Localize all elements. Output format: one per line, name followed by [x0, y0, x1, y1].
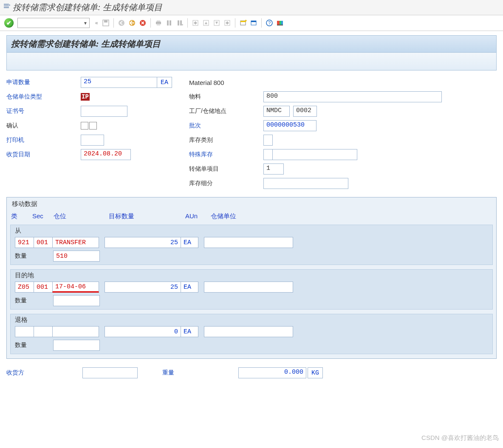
material-input[interactable]: 800	[263, 91, 442, 102]
new-session-icon[interactable]: ✦	[238, 18, 248, 28]
from-type[interactable]: 921	[15, 237, 34, 248]
svg-rect-9	[170, 20, 171, 25]
batch-input[interactable]: 0000000530	[263, 120, 316, 131]
dest-su[interactable]	[204, 282, 293, 293]
back-icon[interactable]	[117, 18, 126, 28]
dest-type[interactable]: Z05	[15, 282, 34, 293]
svg-rect-21	[251, 21, 256, 22]
svg-rect-27	[277, 25, 283, 25]
to-item-label: 转储单项目	[189, 165, 263, 173]
gr-date-input[interactable]: 2024.08.20	[81, 149, 131, 160]
save-icon[interactable]	[101, 18, 110, 28]
form-area: 申请数量 25 EA 仓储单位类型 IP 证书号 确认 打印机	[6, 70, 497, 194]
svg-rect-1	[104, 20, 107, 23]
return-target-qty[interactable]: 0	[105, 326, 181, 337]
find-next-icon[interactable]: +	[175, 18, 184, 28]
prev-page-icon[interactable]	[201, 18, 211, 28]
stock-segment-label: 库存细分	[189, 180, 263, 187]
return-sec[interactable]	[34, 326, 53, 337]
svg-text:✦: ✦	[244, 19, 247, 23]
plant-label: 工厂/仓储地点	[189, 107, 263, 115]
return-type[interactable]	[15, 326, 34, 337]
from-panel: 从 921 001 TRANSFER 25 EA 数量 510	[10, 225, 493, 265]
last-page-icon[interactable]	[223, 18, 232, 28]
return-bin[interactable]	[52, 326, 99, 337]
svg-rect-8	[167, 20, 169, 25]
dest-panel: 目的地 Z05 001 17-04-06 25 EA 数量	[10, 269, 493, 310]
weight-input[interactable]: 0.000	[238, 367, 306, 378]
special-stock-label: 特殊库存	[189, 151, 263, 158]
main-toolbar: ✔ ▼ « + ✦ ?	[0, 15, 503, 31]
svg-text:?: ?	[268, 20, 271, 25]
stock-cat-input[interactable]	[263, 135, 273, 146]
command-field[interactable]: ▼	[17, 18, 90, 28]
menu-icon[interactable]	[3, 4, 10, 11]
return-label: 退格	[11, 314, 492, 325]
from-qty-label: 数量	[15, 252, 53, 260]
col-target-qty: 目标数量	[109, 212, 185, 220]
batch-label: 批次	[189, 122, 263, 130]
col-su: 仓储单位	[211, 212, 262, 220]
request-qty-input[interactable]: 25	[81, 77, 157, 88]
from-qty[interactable]: 510	[53, 251, 100, 262]
page-title: 按转储需求创建转储单: 生成转储单项目	[6, 35, 497, 53]
svg-rect-6	[157, 20, 160, 22]
dest-bin[interactable]: 17-04-06	[52, 282, 99, 293]
next-page-icon[interactable]	[212, 18, 221, 28]
plant-input[interactable]: NMDC	[263, 106, 290, 117]
storage-unit-type-badge[interactable]: IP	[81, 93, 90, 101]
return-panel: 退格 0 EA 数量	[10, 314, 493, 354]
special-stock-input[interactable]	[263, 149, 273, 160]
dest-label: 目的地	[11, 270, 492, 280]
dest-target-qty[interactable]: 25	[105, 282, 181, 293]
return-qty[interactable]	[53, 340, 100, 351]
svg-rect-24	[277, 21, 280, 25]
stock-cat-label: 库存类别	[189, 136, 263, 144]
confirm-label: 确认	[6, 122, 81, 130]
svg-text:+: +	[181, 23, 184, 27]
confirm-checkbox-2[interactable]	[89, 122, 97, 130]
from-bin[interactable]: TRANSFER	[52, 237, 99, 248]
cancel-icon[interactable]	[138, 18, 147, 28]
request-qty-label: 申请数量	[6, 79, 81, 86]
dropdown-icon: ▼	[83, 21, 88, 25]
find-icon[interactable]	[164, 18, 174, 28]
ship-to-label: 收货方	[6, 369, 81, 377]
svg-rect-26	[281, 21, 283, 25]
exit-icon[interactable]	[127, 18, 137, 28]
enter-button[interactable]: ✔	[4, 18, 14, 28]
window-title: 按转储需求创建转储单: 生成转储单项目	[13, 2, 162, 13]
movement-panel-title: 移动数据	[7, 197, 496, 211]
print-icon[interactable]	[154, 18, 163, 28]
confirm-checkbox-1[interactable]	[81, 122, 88, 130]
svg-rect-25	[280, 21, 281, 25]
weight-unit: KG	[308, 367, 323, 378]
ship-to-input[interactable]	[82, 367, 138, 378]
from-target-qty[interactable]: 25	[105, 237, 181, 248]
customize-icon[interactable]	[275, 18, 285, 28]
to-item-input[interactable]: 1	[263, 163, 284, 175]
from-label: 从	[11, 225, 492, 236]
sub-toolbar	[6, 53, 497, 70]
svg-rect-10	[178, 20, 179, 25]
return-su[interactable]	[204, 326, 293, 337]
svg-point-2	[119, 20, 124, 26]
dest-sec[interactable]: 001	[34, 282, 53, 293]
first-page-icon[interactable]	[191, 18, 200, 28]
dest-qty-label: 数量	[15, 297, 53, 304]
from-sec[interactable]: 001	[34, 237, 53, 248]
dest-qty[interactable]	[53, 295, 100, 306]
special-stock-input-2[interactable]	[272, 149, 357, 160]
printer-input[interactable]	[81, 135, 104, 146]
from-aun: EA	[181, 237, 198, 248]
help-icon[interactable]: ?	[265, 18, 274, 28]
stock-segment-input[interactable]	[263, 178, 348, 189]
gr-date-label: 收货日期	[6, 151, 81, 158]
layout-icon[interactable]	[249, 18, 258, 28]
from-su[interactable]	[204, 237, 293, 248]
storage-loc-input[interactable]: 0002	[293, 106, 317, 117]
printer-label: 打印机	[6, 136, 81, 144]
history-icon[interactable]: «	[95, 20, 98, 26]
certificate-input[interactable]	[81, 106, 127, 117]
dest-aun: EA	[181, 282, 198, 293]
